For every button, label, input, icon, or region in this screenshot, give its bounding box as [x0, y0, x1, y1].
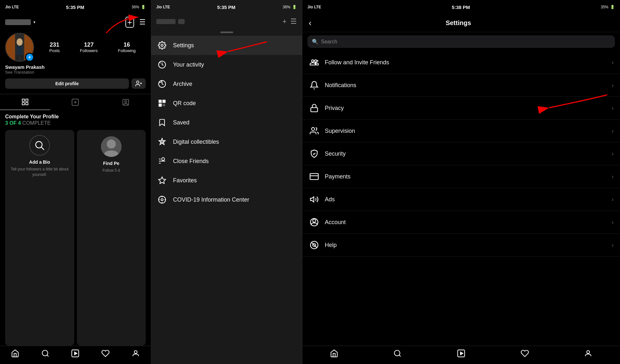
- battery-2: 36% 🔋: [283, 5, 297, 9]
- settings-panel: Jio LTE 5:38 PM 35% 🔋 ‹ Settings 🔍 Searc…: [302, 0, 620, 364]
- settings-item-account[interactable]: Account ›: [302, 211, 620, 234]
- complete-profile-section: Complete Your Profile 3 OF 4 COMPLETE: [0, 110, 151, 126]
- menu-qr-label: QR code: [173, 100, 196, 107]
- stat-followers[interactable]: 127 Followers: [80, 41, 98, 53]
- menu-item-activity[interactable]: Your activity: [151, 55, 302, 74]
- supervision-icon: [309, 125, 320, 136]
- svg-marker-15: [75, 101, 77, 104]
- menu-covid-label: COVID-19 Information Center: [173, 196, 249, 203]
- nav-home-3[interactable]: [302, 349, 366, 358]
- complete-text: COMPLETE: [22, 120, 50, 126]
- nav-search-1[interactable]: [30, 349, 60, 358]
- nav-heart-1[interactable]: [90, 349, 121, 358]
- svg-point-53: [312, 128, 315, 131]
- help-icon: [309, 240, 320, 250]
- notifications-chevron: ›: [612, 82, 614, 89]
- stat-posts[interactable]: 231 Posts: [49, 41, 60, 53]
- stats-row: 231 Posts 127 Followers 16 Following: [39, 41, 146, 53]
- edit-profile-button[interactable]: Edit profile: [5, 78, 129, 89]
- svg-point-22: [42, 350, 48, 356]
- tab-grid[interactable]: [0, 94, 50, 110]
- menu-item-settings[interactable]: Settings: [151, 36, 302, 55]
- account-chevron: ›: [612, 219, 614, 226]
- svg-point-17: [125, 101, 127, 103]
- settings-item-payments[interactable]: Payments ›: [302, 165, 620, 188]
- menu-item-covid[interactable]: COVID-19 Information Center: [151, 190, 302, 209]
- ads-icon: [309, 194, 320, 205]
- supervision-chevron: ›: [612, 128, 614, 134]
- menu-item-collectibles[interactable]: Digital collectibles: [151, 132, 302, 151]
- profile-header: ▾ + ☰: [0, 14, 151, 28]
- add-post-icon[interactable]: +: [125, 17, 134, 28]
- svg-point-62: [395, 350, 400, 356]
- nav-search-3[interactable]: [366, 349, 430, 358]
- security-chevron: ›: [612, 150, 614, 157]
- svg-point-3: [16, 38, 23, 46]
- settings-item-ads[interactable]: Ads ›: [302, 188, 620, 211]
- svg-point-57: [313, 219, 315, 222]
- menu-item-favorites[interactable]: Favorites: [151, 171, 302, 190]
- content-tabs: [0, 94, 151, 110]
- svg-rect-4: [17, 46, 22, 55]
- nav-profile-1[interactable]: [121, 349, 151, 358]
- add-story-button[interactable]: +: [25, 53, 34, 62]
- profile-panel: Jio LTE 5:35 PM 36% 🔋 ▾ + ☰: [0, 0, 151, 364]
- follow-friends-label: Follow and Invite Friends: [325, 59, 612, 66]
- svg-point-37: [161, 141, 163, 143]
- add-bio-desc: Tell your followers a little bit about y…: [10, 167, 69, 177]
- back-button[interactable]: ‹: [309, 18, 312, 28]
- nav-reels-3[interactable]: [429, 349, 493, 358]
- svg-rect-5: [16, 55, 19, 60]
- add-bio-title: Add a Bio: [29, 159, 50, 165]
- settings-item-security[interactable]: Security ›: [302, 142, 620, 165]
- settings-item-follow[interactable]: Follow and Invite Friends ›: [302, 51, 620, 74]
- account-icon: [309, 217, 320, 228]
- svg-point-26: [134, 350, 137, 353]
- svg-point-7: [137, 81, 139, 83]
- tab-reels[interactable]: [50, 94, 100, 110]
- svg-point-21: [107, 140, 116, 149]
- menu-close-friends-label: Close Friends: [173, 158, 209, 165]
- profile-actions: Edit profile: [0, 75, 151, 89]
- covid-icon: [158, 195, 167, 204]
- svg-point-44: [161, 199, 163, 201]
- menu-item-qr[interactable]: QR code: [151, 94, 302, 113]
- username-row: ▾: [5, 19, 35, 25]
- svg-marker-42: [159, 177, 166, 184]
- find-people-title: Find Pe: [103, 161, 119, 166]
- settings-item-privacy[interactable]: Privacy ›: [302, 97, 620, 120]
- svg-rect-6: [20, 55, 23, 60]
- stat-following[interactable]: 16 Following: [118, 41, 136, 53]
- settings-item-supervision[interactable]: Supervision ›: [302, 120, 620, 142]
- nav-heart-3[interactable]: [493, 349, 557, 358]
- svg-point-28: [161, 44, 163, 47]
- nav-profile-3[interactable]: [556, 349, 620, 358]
- menu-collectibles-label: Digital collectibles: [173, 139, 219, 145]
- time-1: 5:35 PM: [66, 5, 84, 10]
- svg-rect-11: [26, 99, 28, 101]
- find-people-card[interactable]: Find Pe Follow 5 d: [77, 130, 146, 346]
- chevron-down-icon[interactable]: ▾: [33, 20, 35, 24]
- account-label: Account: [325, 219, 612, 226]
- search-icon: 🔍: [312, 39, 318, 45]
- nav-home-1[interactable]: [0, 349, 30, 358]
- settings-item-notifications[interactable]: Notifications ›: [302, 74, 620, 97]
- add-friend-button[interactable]: [132, 78, 146, 89]
- settings-item-help[interactable]: Help ›: [302, 234, 620, 257]
- tab-tagged[interactable]: [101, 94, 151, 110]
- bottom-nav-3: [302, 346, 620, 364]
- follow-friends-chevron: ›: [612, 59, 614, 66]
- search-bar[interactable]: 🔍 Search: [307, 35, 615, 48]
- menu-item-saved[interactable]: Saved: [151, 113, 302, 132]
- add-bio-card[interactable]: Add a Bio Tell your followers a little b…: [5, 130, 74, 346]
- see-translation[interactable]: See Translation: [5, 70, 146, 75]
- find-people-avatar: [101, 136, 122, 157]
- menu-saved-label: Saved: [173, 119, 189, 126]
- svg-marker-65: [460, 352, 463, 355]
- hamburger-icon[interactable]: ☰: [139, 18, 146, 26]
- payments-label: Payments: [325, 173, 612, 180]
- menu-item-archive[interactable]: Archive: [151, 74, 302, 94]
- menu-item-close-friends[interactable]: Close Friends: [151, 151, 302, 171]
- nav-reels-1[interactable]: [60, 349, 91, 358]
- profile-name: Swayam Prakash: [5, 64, 146, 70]
